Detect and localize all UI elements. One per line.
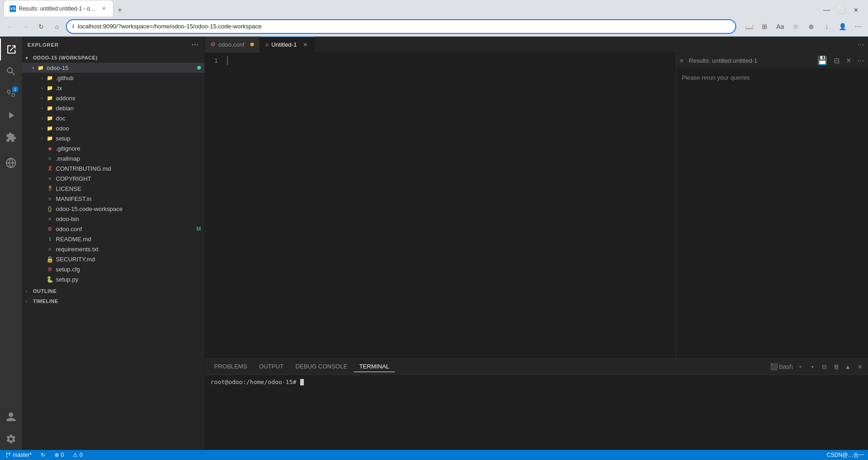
tree-item-mailmap[interactable]: ≡ .mailmap [22, 153, 205, 163]
activity-item-explorer[interactable] [0, 38, 22, 60]
spacer [38, 255, 46, 263]
tab-name: Untitled-1 [271, 41, 299, 48]
collections-button[interactable]: ⊕ [805, 20, 818, 33]
tab-output[interactable]: OUTPUT [253, 361, 289, 372]
sync-icon: ↻ [41, 452, 45, 458]
results-save-button[interactable]: 💾 [817, 55, 827, 65]
outline-section-header[interactable]: › OUTLINE [22, 286, 205, 296]
url-bar[interactable]: ℹ localhost:9090/?workspace=/home/odoo-1… [66, 19, 736, 34]
activity-item-source-control[interactable]: 1 [0, 82, 22, 104]
terminal-body[interactable]: root@odoo:/home/odoo-15# [205, 375, 868, 450]
tab-terminal[interactable]: TERMINAL [354, 361, 395, 372]
tab-debug-console[interactable]: DEBUG CONSOLE [290, 361, 353, 372]
workspace-header[interactable]: ▾ ODOO-15 (WORKSPACE) [22, 53, 205, 63]
tab-close-button[interactable]: ✕ [302, 41, 309, 49]
editor-tabs-more-button[interactable]: ⋯ [853, 40, 868, 49]
timeline-section-header[interactable]: › TIMELINE [22, 296, 205, 306]
terminal-trash-button[interactable]: 🗑 [831, 362, 841, 371]
status-branch-button[interactable]: master* [4, 452, 33, 458]
tree-item-manifest[interactable]: ≡ MANIFEST.in [22, 194, 205, 204]
results-header: ≡ Results: untitled:untitled-1 💾 ⊟ ✕ ⋯ [676, 53, 868, 69]
results-close-button[interactable]: ✕ [846, 57, 852, 64]
tree-item-copyright[interactable]: ≡ COPYRIGHT [22, 173, 205, 184]
tree-item-license[interactable]: 🎖 LICENSE [22, 184, 205, 194]
folder-icon: 📁 [46, 114, 54, 122]
tree-item-name: README.md [56, 236, 205, 243]
activity-item-extensions[interactable] [0, 126, 22, 148]
tree-item-github[interactable]: › 📁 .github [22, 73, 205, 83]
text-icon: ≡ [46, 154, 54, 162]
home-button[interactable]: ⌂ [50, 20, 63, 33]
browser-tab-title: Results: untitled:untitled-1 - odo... [19, 5, 97, 12]
tree-item-doc[interactable]: › 📁 doc [22, 113, 205, 123]
browser-tab-active[interactable]: VS Results: untitled:untitled-1 - odo...… [4, 0, 113, 16]
editor-body[interactable]: 1 [205, 53, 676, 358]
split-view-button[interactable]: ⊞ [758, 20, 771, 33]
tree-item-name: setup.cfg [56, 266, 205, 273]
maximize-button[interactable]: ⬜ [835, 4, 848, 16]
spacer [38, 185, 46, 192]
activity-item-run[interactable] [0, 104, 22, 126]
activity-item-accounts[interactable] [0, 406, 22, 428]
security-icon: 🔒 [46, 255, 54, 263]
tree-item-setuppy[interactable]: 🐍 setup.py [22, 274, 205, 284]
status-sync-button[interactable]: ↻ [39, 452, 47, 458]
sidebar-more-button[interactable]: ⋯ [191, 40, 199, 49]
tree-item-tx[interactable]: › 📁 .tx [22, 83, 205, 93]
spacer [38, 155, 46, 162]
tree-item-setup[interactable]: › 📁 setup [22, 133, 205, 143]
tree-item-contributing[interactable]: 🎗 CONTRIBUTING.md [22, 163, 205, 173]
tree-item-addons[interactable]: › 📁 addons [22, 93, 205, 103]
browser-tab-close-icon[interactable]: ✕ [100, 5, 108, 12]
folder-arrow-icon: ▾ [29, 64, 37, 71]
tree-item-security[interactable]: 🔒 SECURITY.md [22, 254, 205, 264]
tree-item-setupcfg[interactable]: ⚙ setup.cfg [22, 264, 205, 274]
profile-button[interactable]: 👤 [836, 20, 849, 33]
tree-item-debian[interactable]: › 📁 debian [22, 103, 205, 113]
more-tools-button[interactable]: ⋯ [852, 20, 864, 33]
url-text: localhost:9090/?workspace=/home/odoo-15/… [78, 23, 730, 30]
activity-item-settings[interactable] [0, 428, 22, 450]
editor-tab-untitled[interactable]: ≡ Untitled-1 ✕ [260, 37, 315, 53]
activity-item-search[interactable] [0, 60, 22, 82]
reading-mode-button[interactable]: 📖 [743, 20, 755, 33]
tree-item-name: setup.py [56, 276, 205, 283]
terminal-bash-button[interactable]: ⬛ bash [770, 363, 793, 370]
tree-item-odoo[interactable]: › 📁 odoo [22, 123, 205, 133]
close-window-button[interactable]: ✕ [850, 4, 863, 16]
spacer [38, 195, 46, 202]
download-button[interactable]: ↓ [820, 20, 833, 33]
status-errors-button[interactable]: ⊗ 0 [53, 452, 65, 458]
folder-icon: 📁 [46, 124, 54, 132]
tree-item-name: setup [56, 135, 205, 142]
tab-file-icon: ≡ [265, 42, 269, 48]
results-split-button[interactable]: ⊟ [834, 56, 840, 65]
terminal-add-button[interactable]: + [796, 362, 805, 371]
terminal-close-button[interactable]: ✕ [855, 362, 864, 371]
tree-item-odooconf[interactable]: ⚙ odoo.conf M [22, 224, 205, 234]
back-button[interactable]: ← [4, 20, 16, 33]
tree-item-odoobin[interactable]: ≡ odoo-bin [22, 214, 205, 224]
activity-item-remote[interactable] [0, 152, 22, 174]
editor-results-area: ⚙ odoo.conf ≡ Untitled-1 ✕ ⋯ [205, 37, 868, 450]
minimize-button[interactable]: — [820, 4, 833, 16]
tree-item-readme[interactable]: ℹ README.md [22, 234, 205, 244]
terminal-add-dropdown-button[interactable]: ▾ [808, 362, 817, 371]
reload-button[interactable]: ↻ [35, 20, 48, 33]
status-warnings-button[interactable]: ⚠ 0 [71, 452, 84, 458]
forward-button[interactable]: → [19, 20, 32, 33]
code-content[interactable] [223, 56, 676, 355]
tree-item-requirements[interactable]: ≡ requirements.txt [22, 244, 205, 254]
results-more-button[interactable]: ⋯ [857, 56, 864, 65]
spacer [38, 245, 46, 253]
tab-problems[interactable]: PROBLEMS [209, 361, 253, 372]
tree-item-odoo15[interactable]: ▾ 📁 odoo-15 [22, 63, 205, 73]
browser-zoom-button[interactable]: Aa [774, 20, 787, 33]
editor-tab-odooconf[interactable]: ⚙ odoo.conf [205, 37, 260, 53]
terminal-split-button[interactable]: ⊟ [819, 362, 829, 371]
favorites-star-button[interactable]: ☆ [789, 20, 802, 33]
terminal-maximize-button[interactable]: ▲ [843, 362, 852, 371]
tree-item-workspace[interactable]: {} odoo-15.code-workspace [22, 204, 205, 214]
tree-item-gitignore[interactable]: ◆ .gitignore [22, 143, 205, 153]
new-tab-button[interactable]: + [113, 4, 126, 16]
